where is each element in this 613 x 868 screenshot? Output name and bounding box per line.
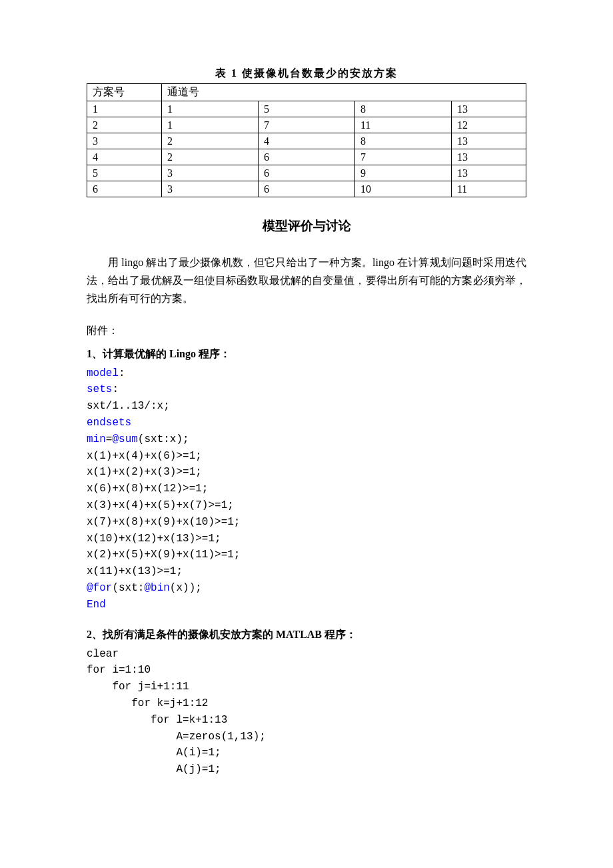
table-row: 2171112 — [87, 117, 526, 133]
code-text: x(3)+x(4)+x(5)+x(7)>=1; — [87, 499, 234, 511]
code-text: for l=k+1:13 — [87, 714, 227, 726]
cell: 1 — [162, 117, 259, 133]
cell: 7 — [258, 117, 354, 133]
section-heading: 模型评价与讨论 — [87, 217, 526, 235]
lingo-heading: 1、计算最优解的 Lingo 程序： — [87, 347, 526, 361]
data-table: 方案号 通道号 115813 2171112 324813 426713 536… — [87, 83, 526, 197]
kw-min: min — [87, 433, 106, 445]
code-text: (sxt: — [112, 582, 144, 594]
code-text: x(1)+x(2)+x(3)>=1; — [87, 466, 202, 478]
code-text: A(j)=1; — [87, 763, 221, 775]
table-header-row: 方案号 通道号 — [87, 84, 526, 101]
cell: 11 — [451, 181, 526, 197]
code-text: clear — [87, 648, 119, 660]
kw-for: @for — [87, 582, 112, 594]
cell: 10 — [354, 181, 451, 197]
cell: 2 — [162, 133, 259, 149]
code-text: for j=i+1:11 — [87, 681, 189, 693]
code-text: (sxt:x); — [138, 433, 189, 445]
cell: 6 — [258, 181, 354, 197]
code-text: x(7)+x(8)+x(9)+x(10)>=1; — [87, 516, 240, 528]
lingo-code: model: sets: sxt/1..13/:x; endsets min=@… — [87, 365, 526, 613]
table-row: 324813 — [87, 133, 526, 149]
cell: 2 — [162, 149, 259, 165]
cell: 13 — [451, 165, 526, 181]
cell: 2 — [87, 117, 162, 133]
code-text: for i=1:10 — [87, 664, 151, 676]
attachment-label: 附件： — [87, 324, 526, 338]
cell: 13 — [451, 149, 526, 165]
cell: 11 — [354, 117, 451, 133]
cell: 3 — [162, 181, 259, 197]
code-text: x(6)+x(8)+x(12)>=1; — [87, 483, 208, 495]
cell: 4 — [87, 149, 162, 165]
kw-endsets: endsets — [87, 417, 131, 429]
code-text: x(1)+x(4)+x(6)>=1; — [87, 450, 202, 462]
table-row: 115813 — [87, 101, 526, 117]
cell: 13 — [451, 101, 526, 117]
header-tongdao: 通道号 — [162, 84, 526, 101]
cell: 7 — [354, 149, 451, 165]
kw-bin: @bin — [144, 582, 169, 594]
cell: 5 — [87, 165, 162, 181]
body-paragraph: 用 lingo 解出了最少摄像机数，但它只给出了一种方案。lingo 在计算规划… — [87, 253, 526, 308]
code-text: A(i)=1; — [87, 747, 221, 759]
cell: 3 — [87, 133, 162, 149]
code-text: sxt/1..13/:x; — [87, 400, 170, 412]
cell: 6 — [258, 165, 354, 181]
cell: 1 — [162, 101, 259, 117]
code-text: x(2)+x(5)+X(9)+x(11)>=1; — [87, 549, 240, 561]
kw-end: End — [87, 599, 106, 611]
table-caption: 表 1 使摄像机台数最少的安放方案 — [87, 67, 526, 81]
cell: 3 — [162, 165, 259, 181]
kw-model: model — [87, 367, 119, 379]
cell: 6 — [87, 181, 162, 197]
cell: 9 — [354, 165, 451, 181]
table-row: 536913 — [87, 165, 526, 181]
cell: 6 — [258, 149, 354, 165]
kw-sum: @sum — [112, 433, 137, 445]
code-text: x(11)+x(13)>=1; — [87, 565, 183, 577]
cell: 5 — [258, 101, 354, 117]
code-text: A=zeros(1,13); — [87, 731, 266, 743]
matlab-code: clear for i=1:10 for j=i+1:11 for k=j+1:… — [87, 646, 526, 778]
matlab-heading: 2、找所有满足条件的摄像机安放方案的 MATLAB 程序： — [87, 628, 526, 642]
code-text: : — [119, 367, 125, 379]
header-fangan: 方案号 — [87, 84, 162, 101]
cell: 4 — [258, 133, 354, 149]
cell: 13 — [451, 133, 526, 149]
code-text: for k=j+1:12 — [87, 697, 208, 709]
cell: 8 — [354, 133, 451, 149]
cell: 8 — [354, 101, 451, 117]
table-row: 6361011 — [87, 181, 526, 197]
kw-sets: sets — [87, 383, 112, 395]
code-text: = — [106, 433, 113, 445]
cell: 1 — [87, 101, 162, 117]
code-text: (x)); — [170, 582, 202, 594]
code-text: : — [112, 383, 119, 395]
table-row: 426713 — [87, 149, 526, 165]
cell: 12 — [451, 117, 526, 133]
code-text: x(10)+x(12)+x(13)>=1; — [87, 533, 221, 545]
